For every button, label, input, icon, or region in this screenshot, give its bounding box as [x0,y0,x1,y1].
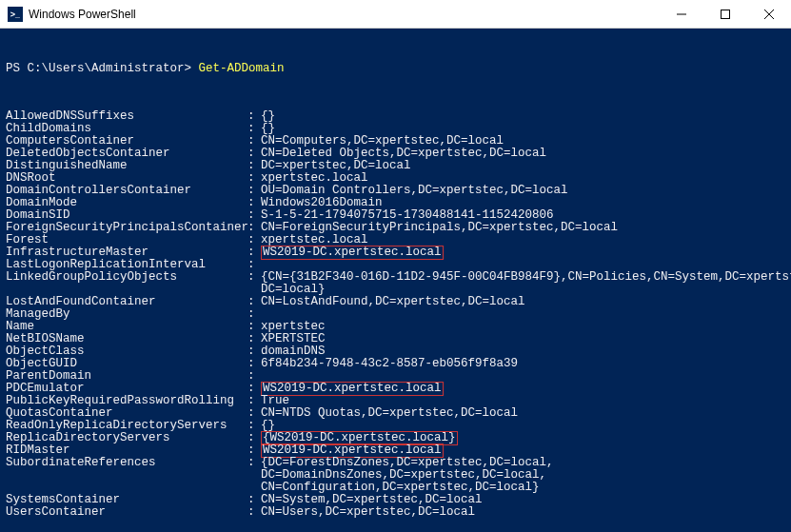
separator: : [247,457,261,469]
window-controls [660,0,791,29]
terminal-area[interactable]: PS C:\Users\Administrator> Get-ADDomain … [0,29,791,532]
property-value [261,308,785,321]
property-key: SubordinateReferences [6,457,247,469]
command-output: AllowedDNSSuffixes: {}ChildDomains: {}Co… [6,110,785,519]
property-value: XPERTSTEC [261,333,785,345]
svg-rect-1 [722,10,730,18]
property-value: {} [261,110,785,123]
output-row: Name: xpertstec [6,321,785,333]
prompt-command: Get-ADDomain [199,62,285,75]
property-key: UsersContainer [6,506,247,519]
property-value: {CN={31B2F340-016D-11D2-945F-00C04FB984F… [261,271,791,284]
output-row: UsersContainer: CN=Users,DC=xpertstec,DC… [6,506,785,519]
output-row: ForeignSecurityPrincipalsContainer: CN=F… [6,222,785,234]
output-row: ManagedBy: [6,308,785,321]
property-value: 6f84b234-7948-43c2-8587-eb056f9f8a39 [261,358,785,370]
window-title: Windows PowerShell [29,8,660,21]
property-value: WS2019-DC.xpertstec.local [261,246,785,259]
separator: : [247,506,261,519]
output-row: AllowedDNSSuffixes: {} [6,110,785,123]
output-row: LostAndFoundContainer: CN=LostAndFound,D… [6,296,785,308]
titlebar: >_ Windows PowerShell [0,0,791,29]
property-value: CN=LostAndFound,DC=xpertstec,DC=local [261,296,785,308]
property-key: LinkedGroupPolicyObjects [6,271,247,284]
property-value: CN=Users,DC=xpertstec,DC=local [261,506,785,519]
close-button[interactable] [747,0,791,29]
powershell-icon: >_ [8,7,23,22]
output-row: ObjectGUID: 6f84b234-7948-43c2-8587-eb05… [6,358,785,370]
output-row: DistinguishedName: DC=xpertstec,DC=local [6,160,785,172]
separator: : [247,271,261,284]
property-value: CN=NTDS Quotas,DC=xpertstec,DC=local [261,407,785,420]
minimize-button[interactable] [660,0,703,29]
property-value: WS2019-DC.xpertstec.local [261,383,785,395]
maximize-button[interactable] [703,0,747,29]
output-row: DomainControllersContainer: OU=Domain Co… [6,185,785,197]
property-key: ManagedBy [6,308,247,321]
output-row: NetBIOSName: XPERTSTEC [6,333,785,345]
highlighted-value: WS2019-DC.xpertstec.local [261,246,444,260]
property-value: xpertstec [261,321,785,333]
prompt-line: PS C:\Users\Administrator> Get-ADDomain [6,63,785,75]
prompt-path: PS C:\Users\Administrator> [6,62,191,75]
output-row: LinkedGroupPolicyObjects: {CN={31B2F340-… [6,271,785,284]
